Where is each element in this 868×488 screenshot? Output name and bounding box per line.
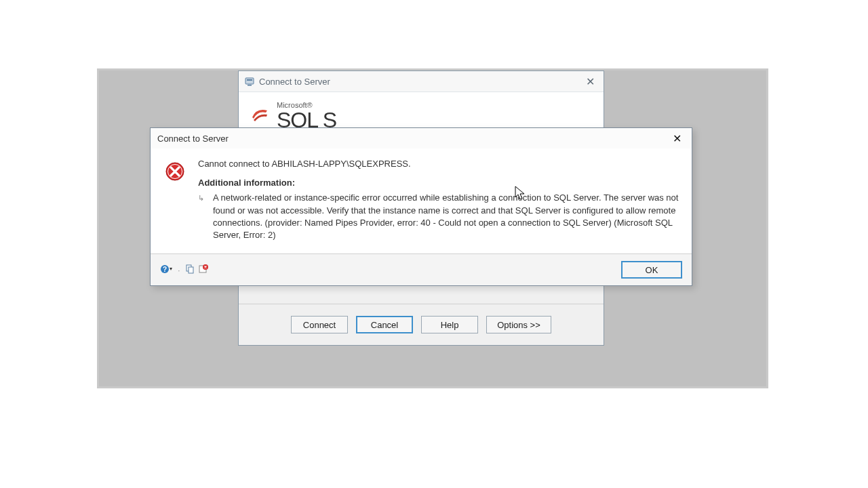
parent-close-button[interactable]: ✕ [582,75,598,88]
error-body: Cannot connect to ABHILASH-LAPPY\SQLEXPR… [151,148,692,253]
error-icon [164,161,186,184]
error-footer: ? · [151,253,692,285]
error-dialog: Connect to Server ✕ Cannot connect to AB… [150,127,692,286]
cancel-button[interactable]: Cancel [356,316,413,333]
parent-button-row: Connect Cancel Help Options >> [239,304,604,345]
help-dropdown-icon[interactable]: ? [160,264,174,277]
parent-title: Connect to Server [259,77,582,87]
copy-icon[interactable] [184,264,195,277]
svg-rect-0 [245,78,254,84]
error-titlebar[interactable]: Connect to Server ✕ [151,128,692,148]
separator: · [178,265,180,275]
error-close-button[interactable]: ✕ [669,132,685,145]
help-button[interactable]: Help [421,316,478,333]
parent-titlebar[interactable]: Connect to Server ✕ [239,71,604,92]
error-main-message: Cannot connect to ABHILASH-LAPPY\SQLEXPR… [198,158,679,170]
ok-button[interactable]: OK [621,261,682,279]
desktop-region: Connect to Server ✕ Microsoft® SQL S Con… [97,68,768,388]
connect-button[interactable]: Connect [291,316,348,333]
app-icon [244,76,255,87]
svg-text:?: ? [163,266,167,273]
error-title: Connect to Server [157,134,669,144]
error-detail-text: A network-related or instance-specific e… [213,192,679,241]
svg-rect-1 [247,79,252,81]
error-details-icon[interactable] [198,264,209,277]
svg-rect-2 [248,85,252,86]
branding-text: Microsoft® SQL S [277,101,336,131]
svg-rect-8 [189,267,193,273]
tree-arrow-icon: ↳ [198,192,208,241]
sql-logo-icon [250,105,270,127]
additional-information-heading: Additional information: [198,177,679,189]
options-button[interactable]: Options >> [486,316,551,333]
